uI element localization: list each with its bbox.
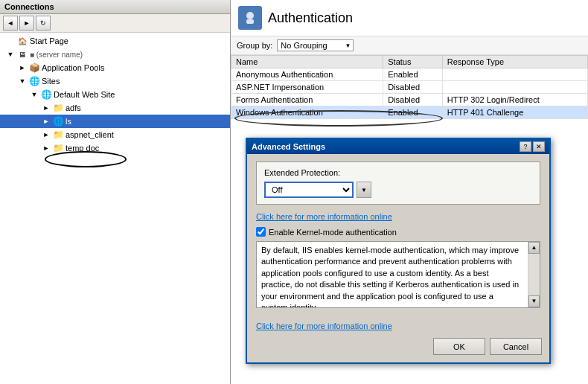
expander-aspnet-client: ► bbox=[40, 129, 52, 141]
tree-node-sites[interactable]: ▼ 🌐 Sites bbox=[0, 74, 230, 88]
scroll-track bbox=[528, 254, 540, 295]
extended-protection-label: Extended Protection: bbox=[264, 168, 532, 177]
tree-node-adfs[interactable]: ► 📁 adfs bbox=[0, 101, 230, 115]
table-row-windows-auth[interactable]: Windows Authentication Enabled HTTP 401 … bbox=[231, 106, 588, 119]
right-panel: Authentication Group by: No Grouping Sta… bbox=[231, 0, 588, 384]
description-box: By default, IIS enables kernel-mode auth… bbox=[256, 241, 540, 308]
auth-header-title: Authentication bbox=[268, 10, 353, 26]
back-button[interactable]: ◄ bbox=[3, 16, 18, 31]
dialog-titlebar: Advanced Settings ? ✕ bbox=[247, 139, 549, 154]
row-response-type bbox=[442, 81, 587, 94]
expander-app-pools: ► bbox=[16, 62, 28, 74]
sites-icon: 🌐 bbox=[28, 75, 40, 87]
row-name: Anonymous Authentication bbox=[231, 68, 383, 81]
panel-title: Connections bbox=[0, 0, 230, 14]
expander-server: ▼ bbox=[4, 48, 16, 60]
extended-protection-row: Off Accept Required ▼ bbox=[264, 182, 532, 198]
row-name: ASP.NET Impersonation bbox=[231, 81, 383, 94]
info-link-2[interactable]: Click here for more information online bbox=[256, 321, 540, 330]
dialog-footer: OK Cancel bbox=[247, 333, 549, 362]
tree-node-ls[interactable]: ► 🌐 ls bbox=[0, 115, 230, 128]
auth-table-container: Name Status Response Type Anonymous Auth… bbox=[231, 55, 588, 119]
group-by-select-wrapper[interactable]: No Grouping Status Response Type bbox=[277, 39, 354, 51]
col-name: Name bbox=[231, 56, 383, 68]
adfs-icon: 📁 bbox=[52, 102, 64, 114]
temp-doc-icon: 📁 bbox=[52, 142, 64, 154]
dialog-body: Extended Protection: Off Accept Required… bbox=[247, 154, 549, 316]
default-web-site-icon: 🌐 bbox=[40, 89, 52, 100]
toolbar: ◄ ► ↻ bbox=[0, 14, 230, 33]
col-status: Status bbox=[383, 56, 443, 68]
tree-node-temp-doc[interactable]: ► 📁 temp doc bbox=[0, 141, 230, 155]
ok-button[interactable]: OK bbox=[433, 338, 485, 355]
description-scrollbar[interactable]: ▲ ▼ bbox=[528, 242, 540, 307]
start-page-icon: 🏠 bbox=[16, 35, 28, 47]
group-by-label: Group by: bbox=[237, 41, 272, 50]
dialog-controls: ? ✕ bbox=[520, 141, 545, 152]
group-by-select[interactable]: No Grouping Status Response Type bbox=[277, 39, 354, 51]
row-status: Enabled bbox=[383, 68, 443, 81]
app-pools-icon: 📦 bbox=[28, 62, 40, 74]
svg-point-0 bbox=[246, 12, 254, 19]
tree-node-default-web-site[interactable]: ▼ 🌐 Default Web Site bbox=[0, 88, 230, 101]
extended-protection-section: Extended Protection: Off Accept Required… bbox=[256, 161, 540, 205]
kernel-mode-checkbox-row: Enable Kernel-mode authentication bbox=[256, 227, 540, 237]
table-row[interactable]: Anonymous Authentication Enabled bbox=[231, 68, 588, 81]
row-name: Forms Authentication bbox=[231, 94, 383, 106]
row-response-type: HTTP 401 Challenge bbox=[442, 106, 587, 119]
aspnet-client-icon: 📁 bbox=[52, 129, 64, 141]
svg-rect-1 bbox=[246, 19, 254, 24]
table-row[interactable]: ASP.NET Impersonation Disabled bbox=[231, 81, 588, 94]
tree-node-start-page[interactable]: 🏠 Start Page bbox=[0, 34, 230, 48]
forward-button[interactable]: ► bbox=[19, 16, 34, 31]
kernel-mode-label: Enable Kernel-mode authentication bbox=[269, 228, 397, 237]
dialog-title: Advanced Settings bbox=[252, 142, 325, 151]
tree-node-server[interactable]: ▼ 🖥 ■ (server name) bbox=[0, 48, 230, 61]
dialog-help-button[interactable]: ? bbox=[520, 141, 531, 152]
connections-panel: Connections ◄ ► ↻ 🏠 Start Page ▼ 🖥 ■ (se… bbox=[0, 0, 231, 384]
tree-area: 🏠 Start Page ▼ 🖥 ■ (server name) ► 📦 App… bbox=[0, 33, 230, 384]
dialog-close-button[interactable]: ✕ bbox=[533, 141, 545, 152]
row-name: Windows Authentication bbox=[231, 106, 383, 119]
extended-protection-select[interactable]: Off Accept Required bbox=[264, 182, 354, 198]
expander-adfs: ► bbox=[40, 102, 52, 114]
row-status: Disabled bbox=[383, 94, 443, 106]
expander-sites: ▼ bbox=[16, 75, 28, 87]
tree-node-app-pools[interactable]: ► 📦 Application Pools bbox=[0, 61, 230, 74]
table-row[interactable]: Forms Authentication Disabled HTTP 302 L… bbox=[231, 94, 588, 106]
group-by-bar: Group by: No Grouping Status Response Ty… bbox=[231, 36, 588, 55]
expander-default-web-site: ▼ bbox=[28, 89, 40, 100]
col-response-type: Response Type bbox=[442, 56, 587, 68]
description-text: By default, IIS enables kernel-mode auth… bbox=[261, 245, 535, 308]
kernel-mode-checkbox[interactable] bbox=[256, 227, 266, 237]
dropdown-arrow[interactable]: ▼ bbox=[357, 182, 371, 198]
scroll-up-button[interactable]: ▲ bbox=[528, 242, 540, 254]
row-response-type: HTTP 302 Login/Redirect bbox=[442, 94, 587, 106]
expander-ls: ► bbox=[40, 115, 52, 127]
advanced-settings-dialog: Advanced Settings ? ✕ Extended Protectio… bbox=[246, 138, 551, 364]
info-link-1[interactable]: Click here for more information online bbox=[256, 212, 540, 221]
server-icon: 🖥 bbox=[16, 48, 28, 60]
expander-temp-doc: ► bbox=[40, 142, 52, 154]
row-status: Enabled bbox=[383, 106, 443, 119]
expander-start-page bbox=[4, 35, 16, 47]
auth-table: Name Status Response Type Anonymous Auth… bbox=[231, 55, 588, 119]
row-status: Disabled bbox=[383, 81, 443, 94]
auth-header-icon bbox=[238, 6, 262, 30]
auth-header: Authentication bbox=[231, 0, 588, 36]
scroll-down-button[interactable]: ▼ bbox=[528, 295, 540, 307]
row-response-type bbox=[442, 68, 587, 81]
cancel-button[interactable]: Cancel bbox=[490, 338, 542, 355]
tree-node-aspnet-client[interactable]: ► 📁 aspnet_client bbox=[0, 128, 230, 141]
bottom-link-area: Click here for more information online bbox=[247, 316, 549, 333]
ls-icon: 🌐 bbox=[52, 115, 64, 127]
refresh-button[interactable]: ↻ bbox=[36, 16, 51, 31]
